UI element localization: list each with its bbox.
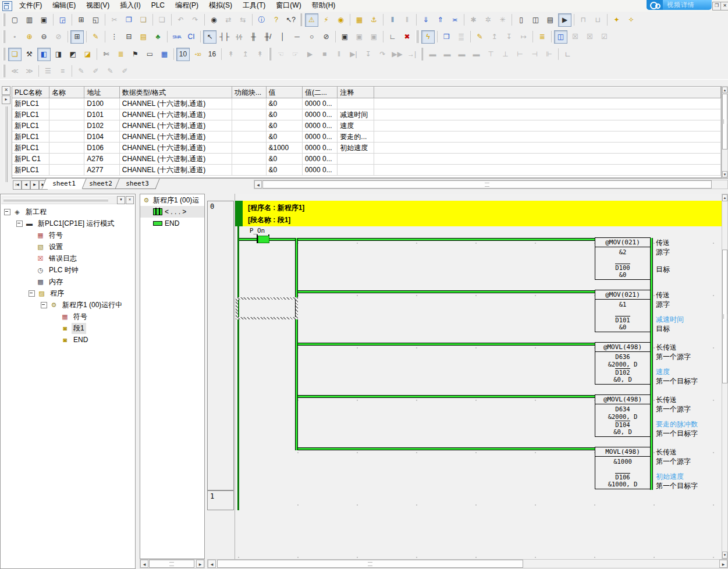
contact-or-closed-button[interactable]: ╫/ bbox=[261, 30, 275, 44]
preview-document-button[interactable]: ◲ bbox=[56, 13, 69, 27]
watch-cell[interactable] bbox=[232, 165, 266, 176]
scroll-up-icon[interactable]: ▲ bbox=[722, 194, 727, 201]
watch-cell[interactable]: D104 bbox=[84, 131, 119, 143]
monitoring-button[interactable]: ϟ bbox=[421, 30, 435, 44]
delete-line-button[interactable]: ✖ bbox=[400, 30, 414, 44]
scroll-thumb[interactable] bbox=[262, 180, 712, 189]
rung-0-cell[interactable]: 0 bbox=[207, 201, 234, 490]
network-3-button[interactable]: ▬ bbox=[455, 48, 468, 61]
scroll-thumb[interactable] bbox=[722, 94, 727, 150]
view-condensed-button[interactable]: ⊟ bbox=[122, 30, 136, 44]
instruction-block-MOVL498[interactable]: MOVL(498)&1000D106&1000, D bbox=[595, 447, 651, 489]
watch-cell[interactable]: 0000 0... bbox=[302, 131, 337, 143]
watch-cell[interactable]: 新PL C1 bbox=[12, 154, 49, 165]
pulse-monitor-button[interactable]: ⊔ bbox=[591, 13, 605, 27]
watch-cell[interactable]: D101 bbox=[84, 109, 119, 120]
force-decimal-button[interactable]: +10 bbox=[191, 48, 204, 61]
monitor-opt-2-button[interactable]: ☒ bbox=[583, 30, 596, 44]
run-mode-button[interactable]: ▶ bbox=[558, 13, 571, 27]
force-on-button[interactable]: ✱ bbox=[467, 13, 480, 27]
pto-4-button[interactable]: ⊣ bbox=[528, 48, 541, 61]
cut-button[interactable]: ✂ bbox=[108, 13, 121, 27]
open-button[interactable]: ▥ bbox=[23, 13, 36, 27]
coil-open-button[interactable]: ○ bbox=[305, 30, 318, 44]
scroll-thumb[interactable] bbox=[149, 560, 194, 568]
watch-cell[interactable]: 新PLC1 bbox=[12, 143, 49, 154]
find-button[interactable]: ◉ bbox=[207, 13, 221, 27]
watch-cell[interactable]: 0000 0... bbox=[302, 154, 337, 165]
watch-cell[interactable]: 初始速度 bbox=[338, 143, 374, 154]
monitor-flag-button[interactable]: ⚑ bbox=[129, 48, 142, 61]
toolbar-grip[interactable] bbox=[420, 48, 423, 61]
zoom-fit-button[interactable]: ⊘ bbox=[52, 30, 65, 44]
watch-cell[interactable]: &0 bbox=[266, 131, 302, 143]
online-edit-pen-2-button[interactable]: ✐ bbox=[89, 65, 102, 78]
cloud-overlay-badge[interactable]: 视频详情 bbox=[647, 0, 712, 10]
instruction-3-button[interactable]: ▣ bbox=[367, 30, 381, 44]
about-button[interactable]: ⓘ bbox=[255, 13, 268, 27]
zoom-button[interactable]: ◦ bbox=[8, 30, 22, 44]
watch-cell[interactable]: A276 bbox=[84, 154, 119, 165]
watch-cell[interactable] bbox=[49, 154, 84, 165]
coil-closed-button[interactable]: ⊘ bbox=[319, 30, 333, 44]
debug-mode-button[interactable]: ◫ bbox=[529, 13, 542, 27]
watch-cell[interactable] bbox=[49, 109, 84, 120]
online-edit-pen-4-button[interactable]: ✐ bbox=[118, 65, 132, 78]
tree-drag-grip[interactable] bbox=[3, 198, 108, 201]
watch-cell[interactable]: &0 bbox=[266, 120, 302, 131]
watch-cell[interactable]: &0 bbox=[266, 98, 302, 109]
sim-pause-hand-button[interactable]: ☜ bbox=[274, 48, 287, 61]
watch-cell[interactable]: 减速时间 bbox=[338, 109, 374, 120]
contact-open-button[interactable]: ┤├ bbox=[218, 30, 231, 44]
search-symbol-button[interactable]: ⇆ bbox=[236, 13, 250, 27]
toolbar-grip[interactable] bbox=[268, 48, 271, 61]
outdent-button[interactable]: ≪ bbox=[8, 65, 22, 78]
online-edit-release-button[interactable]: ↟ bbox=[253, 48, 267, 61]
monitor-opt-3-button[interactable]: ☑ bbox=[598, 30, 611, 44]
scroll-left-icon[interactable]: ◀ bbox=[140, 560, 148, 568]
watch-cell[interactable] bbox=[49, 120, 84, 131]
toolbar-grip[interactable] bbox=[2, 30, 5, 43]
auto-online-button[interactable]: ⚓ bbox=[367, 13, 381, 27]
ladder-editor[interactable]: [程序名 : 新程序1] [段名称 : 段1] P_On @MOV(021)&2… bbox=[235, 194, 722, 559]
tree-item-错误日志[interactable]: ☒错误日志 bbox=[1, 253, 135, 264]
online-edit-send-button[interactable]: ↟ bbox=[224, 48, 237, 61]
next-sheet-button[interactable]: ▶ bbox=[30, 180, 39, 190]
online-edit-pen-3-button[interactable]: ✎ bbox=[104, 65, 117, 78]
online-edit-pen-1-button[interactable]: ✎ bbox=[74, 65, 88, 78]
toggle-diagram-button[interactable]: ◧ bbox=[37, 48, 51, 61]
view-rung-wrap-button[interactable]: ▤ bbox=[137, 30, 150, 44]
decimal-button[interactable]: 10 bbox=[176, 48, 190, 61]
watch-cell[interactable]: CHANNEL (十六进制,通道) bbox=[119, 131, 232, 143]
contact-closed-button[interactable]: ┤/├ bbox=[232, 30, 246, 44]
watch-cell[interactable]: 新PLC1 bbox=[12, 120, 49, 131]
watch-horizontal-scrollbar[interactable]: ◀ bbox=[254, 180, 728, 189]
watch-cell[interactable] bbox=[49, 131, 84, 143]
collapse-icon[interactable] bbox=[41, 302, 47, 308]
ladder-cursor[interactable] bbox=[236, 297, 298, 319]
grid-button[interactable]: ⊞ bbox=[70, 30, 84, 44]
customize-button[interactable]: ⚒ bbox=[23, 48, 36, 61]
release-password-button[interactable]: ✧ bbox=[624, 13, 638, 27]
p-on-contact[interactable] bbox=[258, 236, 269, 243]
watch-cell[interactable] bbox=[232, 154, 266, 165]
compile-button[interactable]: ⚠ bbox=[305, 13, 318, 27]
ladder-horizontal-scrollbar[interactable]: ◀▶ bbox=[207, 559, 728, 568]
undo-button[interactable]: ↶ bbox=[174, 13, 187, 27]
watch-cell[interactable]: 0000 0... bbox=[302, 109, 337, 120]
select-tool-button[interactable]: ↖ bbox=[203, 30, 216, 44]
search-replace-button[interactable]: ⇄ bbox=[222, 13, 235, 27]
tree-item-PLC-时钟[interactable]: ◷PLC 时钟 bbox=[1, 264, 135, 276]
watch-cell[interactable]: CHANNEL (十六进制,通道) bbox=[119, 98, 232, 109]
watch-cell[interactable] bbox=[338, 165, 374, 176]
sim-step-over-button[interactable]: ↷ bbox=[376, 48, 389, 61]
compare-with-plc-button[interactable]: ≍ bbox=[448, 13, 461, 27]
watch-cell[interactable] bbox=[232, 109, 266, 120]
tree-item-内存[interactable]: ▩内存 bbox=[1, 276, 135, 287]
menu-f[interactable]: 文件(F) bbox=[14, 0, 47, 11]
watch-drag-grip[interactable] bbox=[4, 106, 8, 182]
cancel-forces-button[interactable]: ↦ bbox=[517, 30, 530, 44]
contact-or-open-button[interactable]: ╫ bbox=[247, 30, 260, 44]
vertical-line-button[interactable]: │ bbox=[276, 30, 289, 44]
pto-3-button[interactable]: ⊢ bbox=[513, 48, 527, 61]
